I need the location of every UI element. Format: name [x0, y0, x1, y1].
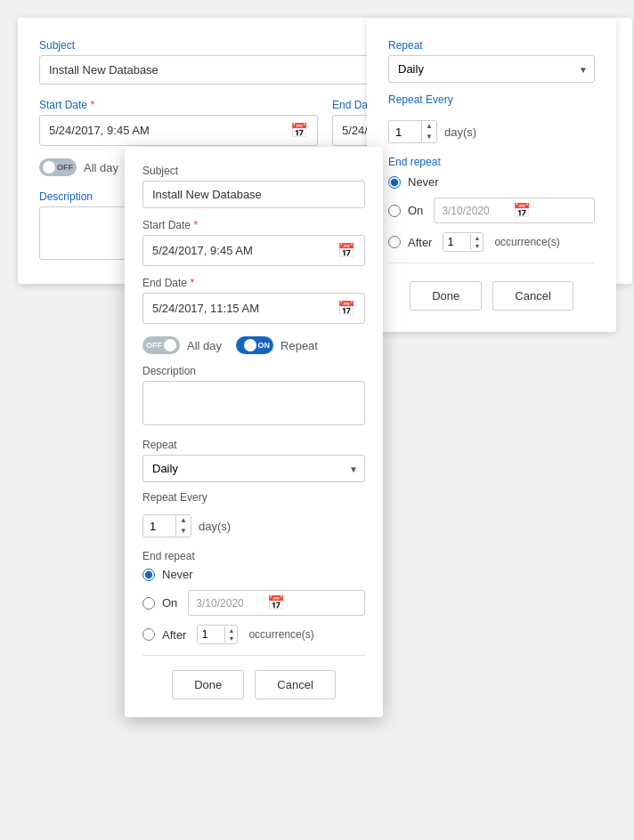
fg-after-input[interactable]	[198, 626, 224, 643]
bg-right-spinner-down-btn[interactable]: ▼	[422, 132, 436, 142]
fg-allday-label: All day	[187, 339, 222, 352]
bg-allday-toggle-btn[interactable]: OFF	[39, 158, 77, 176]
fg-after-up-btn[interactable]: ▲	[225, 626, 237, 634]
bg-right-on-radio[interactable]	[388, 205, 401, 217]
fg-days-label: day(s)	[199, 520, 231, 533]
bg-right-after-radio[interactable]	[388, 236, 401, 248]
bg-right-days-label: day(s)	[444, 125, 476, 139]
fg-subject-input[interactable]	[142, 181, 365, 208]
bg-right-on-label: On	[408, 204, 423, 217]
bg-right-spinner-wrap[interactable]: ▲ ▼	[388, 120, 437, 143]
fg-toggle-row: OFF All day ON Repeat	[142, 336, 365, 354]
fg-on-date-wrap[interactable]: 📅	[188, 590, 365, 616]
fg-repeat-every-label: Repeat Every	[142, 491, 365, 504]
fg-desc-label: Description	[142, 365, 365, 377]
fg-after-label: After	[162, 628, 186, 642]
fg-on-radio[interactable]	[142, 597, 155, 610]
fg-on-label-text: ON	[258, 341, 271, 350]
fg-never-label: Never	[162, 568, 193, 581]
bg-right-repeat-select-wrap[interactable]: Daily Weekly Monthly ▼	[388, 55, 595, 83]
bg-right-done-btn[interactable]: Done	[410, 281, 482, 311]
bg-right-occurrences-label: occurrence(s)	[494, 236, 559, 248]
fg-end-repeat-section: End repeat Never On 📅 After ▲	[142, 550, 365, 644]
bg-right-btn-row: Done Cancel	[388, 281, 595, 311]
fg-after-row[interactable]: After ▲ ▼ occurrence(s)	[142, 625, 365, 644]
fg-repeat-on-btn[interactable]: ON	[236, 336, 273, 354]
fg-repeat-select-label: Repeat	[142, 439, 365, 451]
bg-right-cancel-btn[interactable]: Cancel	[492, 281, 573, 311]
fg-never-row[interactable]: Never	[142, 568, 365, 581]
bg-right-repeat-every-label: Repeat Every	[388, 93, 453, 106]
bg-right-repeat-every-controls: ▲ ▼ day(s)	[388, 120, 595, 143]
fg-end-date-wrap[interactable]: 📅	[142, 293, 365, 324]
bg-right-after-input[interactable]	[443, 233, 470, 251]
bg-right-repeat-every-row: Repeat Every	[388, 93, 595, 109]
bg-right-on-row[interactable]: On 📅	[388, 198, 595, 223]
fg-occurrences-label: occurrence(s)	[248, 628, 313, 641]
fg-start-date-wrap[interactable]: 📅	[142, 235, 365, 266]
fg-on-date-input[interactable]	[196, 597, 267, 610]
fg-spinner-btns: ▲ ▼	[175, 515, 191, 537]
fg-on-row[interactable]: On 📅	[142, 590, 365, 616]
bg-allday-toggle[interactable]: OFF	[39, 158, 77, 176]
bg-right-repeat-every-input[interactable]	[389, 122, 421, 142]
fg-end-date-input[interactable]	[152, 302, 337, 315]
bg-right-end-repeat-section: End repeat Never On 📅 After ▲	[388, 156, 595, 252]
bg-right-on-date-input[interactable]	[442, 205, 513, 217]
fg-spinner-up-btn[interactable]: ▲	[176, 515, 191, 526]
fg-start-cal-icon[interactable]: 📅	[337, 242, 355, 259]
fg-off-label-text: OFF	[146, 341, 162, 350]
bg-right-after-down-btn[interactable]: ▼	[471, 242, 483, 250]
fg-spinner-wrap[interactable]: ▲ ▼	[142, 514, 191, 537]
fg-spinner-down-btn[interactable]: ▼	[176, 526, 191, 537]
bg-right-never-radio[interactable]	[388, 176, 401, 189]
fg-repeat-select[interactable]: Daily Weekly Monthly	[142, 455, 365, 482]
fg-after-input-wrap[interactable]: ▲ ▼	[197, 625, 238, 644]
fg-on-cal-icon[interactable]: 📅	[267, 594, 285, 611]
fg-never-radio[interactable]	[142, 569, 155, 581]
bg-start-date-label: Start Date *	[39, 99, 318, 111]
fg-start-date-label: Start Date *	[142, 219, 365, 231]
fg-cancel-btn[interactable]: Cancel	[255, 670, 335, 699]
fg-repeat-label: Repeat	[280, 339, 318, 352]
fg-end-cal-icon[interactable]: 📅	[337, 300, 355, 317]
fg-subject-label: Subject	[142, 165, 365, 177]
bg-right-on-date-wrap[interactable]: 📅	[434, 198, 595, 223]
bg-right-on-cal-icon[interactable]: 📅	[513, 202, 531, 219]
bg-right-after-label: After	[408, 236, 432, 249]
fg-start-date-input[interactable]	[152, 244, 337, 257]
bg-right-after-row[interactable]: After ▲ ▼ occurrence(s)	[388, 232, 595, 252]
bg-right-after-input-wrap[interactable]: ▲ ▼	[443, 232, 484, 252]
bg-right-spinner-btns: ▲ ▼	[421, 121, 436, 142]
fg-after-down-btn[interactable]: ▼	[225, 634, 237, 642]
bg-allday-label: All day	[84, 161, 118, 174]
fg-allday-toggle[interactable]: OFF	[142, 336, 180, 354]
bg-right-end-repeat-label: End repeat	[388, 156, 595, 168]
fg-after-spinner: ▲ ▼	[224, 626, 237, 642]
bg-right-never-label: Never	[408, 175, 439, 189]
fg-desc-textarea[interactable]	[142, 381, 365, 425]
fg-repeat-every-controls: ▲ ▼ day(s)	[142, 514, 365, 537]
fg-repeat-toggle[interactable]: ON	[236, 336, 273, 354]
foreground-modal: Subject Start Date * 📅 End Date * 📅 OFF	[125, 147, 383, 717]
bg-right-spinner-up-btn[interactable]: ▲	[422, 121, 436, 132]
fg-end-repeat-label: End repeat	[142, 550, 365, 562]
fg-end-date-label: End Date *	[142, 277, 365, 289]
bg-right-repeat-label: Repeat	[388, 39, 595, 52]
bg-start-date-input[interactable]	[49, 124, 290, 137]
bg-right-never-row[interactable]: Never	[388, 175, 595, 189]
bg-start-cal-icon[interactable]: 📅	[290, 122, 308, 139]
fg-allday-off-btn[interactable]: OFF	[142, 336, 180, 354]
fg-repeat-every-input[interactable]	[143, 516, 175, 537]
fg-btn-row: Done Cancel	[142, 670, 365, 699]
fg-repeat-select-wrap[interactable]: Daily Weekly Monthly ▼	[142, 455, 365, 482]
bg-right-repeat-select[interactable]: Daily Weekly Monthly	[388, 55, 595, 83]
bg-right-after-up-btn[interactable]: ▲	[471, 234, 483, 242]
fg-done-btn[interactable]: Done	[172, 670, 244, 699]
fg-after-radio[interactable]	[142, 628, 155, 641]
fg-on-radio-label: On	[162, 596, 177, 610]
background-right-panel: Repeat Daily Weekly Monthly ▼ Repeat Eve…	[367, 18, 616, 332]
bg-right-after-spinner: ▲ ▼	[470, 234, 483, 250]
bg-start-date-wrap[interactable]: 📅	[39, 115, 318, 146]
